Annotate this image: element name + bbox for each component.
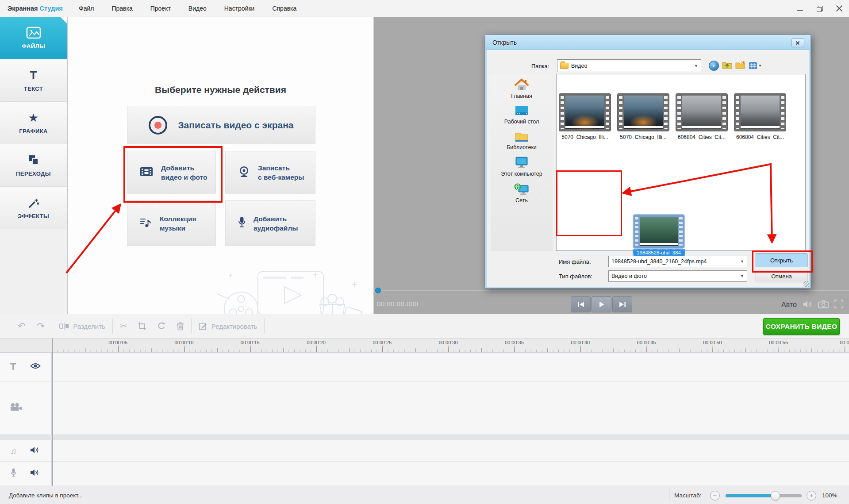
cut-button[interactable]: ✂ (120, 322, 127, 331)
place-home[interactable]: Главная (511, 78, 532, 99)
place-label: Главная (511, 93, 532, 99)
crop-button[interactable] (138, 322, 146, 331)
text-track[interactable]: T (0, 353, 849, 381)
edit-label: Редактировать (211, 323, 257, 330)
filetype-label: Тип файлов: (559, 273, 592, 280)
music-track-header: ♫ (0, 440, 52, 461)
place-libraries[interactable]: Библиотеки (507, 131, 537, 150)
split-button[interactable]: Разделить (59, 322, 105, 330)
menu-item[interactable]: Правка (103, 0, 141, 17)
place-network[interactable]: Сеть (514, 183, 530, 204)
restore-icon[interactable] (816, 5, 823, 12)
record-webcam-button[interactable]: Записать с веб-камеры (225, 151, 315, 194)
rotate-button[interactable] (157, 322, 166, 331)
new-folder-icon[interactable] (735, 60, 746, 71)
resize-grip[interactable] (803, 281, 809, 287)
place-label: Библиотеки (507, 144, 537, 150)
timeline-ruler[interactable]: 00:00:0500:00:1000:00:1500:00:2000:00:25… (0, 339, 849, 353)
add-audio-label: Добавить (254, 214, 298, 223)
computer-icon (514, 156, 530, 169)
add-audio-button[interactable]: Добавить аудиофайлы (225, 200, 315, 246)
up-folder-icon[interactable] (722, 60, 732, 71)
menu-item[interactable]: Видео (180, 0, 215, 17)
selected-file-thumbnail (634, 215, 684, 248)
zoom-slider[interactable] (726, 494, 802, 497)
place-computer[interactable]: Этот компьютер (501, 156, 542, 177)
view-options-icon[interactable]: ▼ (749, 62, 762, 69)
dialog-close-icon[interactable] (791, 38, 804, 47)
add-video-button[interactable]: Добавить видео и фото (127, 151, 216, 194)
cancel-button[interactable]: Отмена (756, 270, 807, 282)
sidebar-item-label: ЭФФЕКТЫ (18, 213, 50, 219)
add-video-label2: видео и фото (161, 173, 207, 182)
speaker-icon[interactable] (803, 300, 812, 310)
snapshot-camera-icon[interactable] (818, 300, 829, 310)
webcam-icon (238, 166, 250, 180)
play-button[interactable] (592, 296, 611, 312)
save-video-button[interactable]: СОХРАНИТЬ ВИДЕО (763, 318, 840, 335)
delete-button[interactable] (177, 322, 184, 331)
panel-title: Выберите нужные действия (68, 85, 373, 95)
file-name: 5070_Chicago_Illi... (620, 134, 666, 140)
app-window: Экранная Студия ФайлПравкаПроектВидеоНас… (0, 0, 849, 504)
sidebar-item-transitions[interactable]: ПЕРЕХОДЫ (0, 144, 67, 187)
chevron-down-icon: ▼ (740, 259, 744, 264)
sidebar-item-graphics[interactable]: ★ ГРАФИКА (0, 102, 67, 144)
undo-button[interactable]: ↶ (18, 322, 26, 331)
filetype-dropdown[interactable]: Видео и фото ▼ (608, 270, 747, 282)
next-frame-button[interactable] (612, 296, 632, 312)
image-icon (26, 26, 41, 39)
redo-button[interactable]: ↷ (37, 322, 45, 331)
filetype-value: Видео и фото (611, 273, 647, 279)
auto-quality-label[interactable]: Авто (781, 301, 797, 309)
open-button-accesskey: О (770, 257, 775, 264)
app-sidebar: ФАЙЛЫ T ТЕКСТ ★ ГРАФИКА ПЕРЕХОДЫ ЭФФЕКТЫ (0, 17, 67, 314)
seek-bar[interactable] (374, 290, 849, 291)
split-label: Разделить (73, 323, 105, 330)
sidebar-item-files[interactable]: ФАЙЛЫ (0, 17, 67, 59)
record-screen-button[interactable]: Записать видео с экрана (127, 106, 315, 144)
mic-volume-icon[interactable] (30, 469, 39, 478)
file-item[interactable]: 5070_Chicago_Illi... (559, 94, 611, 140)
file-item[interactable]: 606804_Cities_Cit... (734, 94, 786, 140)
sidebar-item-effects[interactable]: ЭФФЕКТЫ (0, 187, 67, 229)
video-track[interactable] (0, 381, 849, 435)
zoom-slider-handle[interactable] (771, 491, 780, 500)
file-name: 606804_Cities_Cit... (736, 134, 784, 140)
file-item[interactable]: 5070_Chicago_Illi... (618, 94, 669, 140)
zoom-label: Масштаб: (674, 492, 702, 499)
place-desktop[interactable]: Рабочий стол (504, 105, 539, 125)
actions-panel: Выберите нужные действия Записать видео … (67, 17, 374, 314)
edit-clip-button[interactable]: Редактировать (199, 322, 257, 331)
back-icon[interactable]: ‹ (709, 61, 719, 71)
filename-input[interactable]: 19848528-uhd_3840_2160_24fps.mp4 ▼ (608, 256, 747, 267)
zoom-out-button[interactable]: − (710, 491, 720, 500)
music-collection-button[interactable]: Коллекция музыки (127, 200, 216, 246)
minimize-icon[interactable] (797, 5, 804, 12)
dialog-titlebar[interactable]: Открыть (485, 35, 811, 50)
file-thumbnail (559, 94, 611, 131)
playhead[interactable] (52, 339, 53, 486)
fullscreen-icon[interactable] (834, 300, 843, 310)
microphone-track[interactable] (0, 462, 849, 485)
file-thumbnail (676, 94, 727, 131)
previous-frame-button[interactable] (571, 296, 591, 312)
music-collection-icon (140, 217, 152, 230)
menu-item[interactable]: Проект (142, 0, 180, 17)
menu-item[interactable]: Настройки (215, 0, 264, 17)
dialog-title: Открыть (492, 39, 517, 46)
music-track[interactable]: ♫ (0, 440, 849, 462)
menu-item[interactable]: Справка (263, 0, 305, 17)
folder-dropdown[interactable]: Видео ▼ (557, 59, 701, 72)
place-label: Сеть (515, 197, 528, 204)
eye-icon[interactable] (30, 363, 41, 371)
record-icon (149, 116, 167, 135)
music-volume-icon[interactable] (30, 446, 39, 455)
open-button[interactable]: Открыть (756, 254, 807, 267)
close-icon[interactable] (836, 5, 843, 12)
seek-handle[interactable] (375, 288, 381, 293)
menu-item[interactable]: Файл (70, 0, 103, 17)
file-item[interactable]: 606804_Cities_Cit... (676, 94, 727, 140)
sidebar-item-text[interactable]: T ТЕКСТ (0, 59, 67, 102)
zoom-in-button[interactable]: + (807, 491, 816, 500)
